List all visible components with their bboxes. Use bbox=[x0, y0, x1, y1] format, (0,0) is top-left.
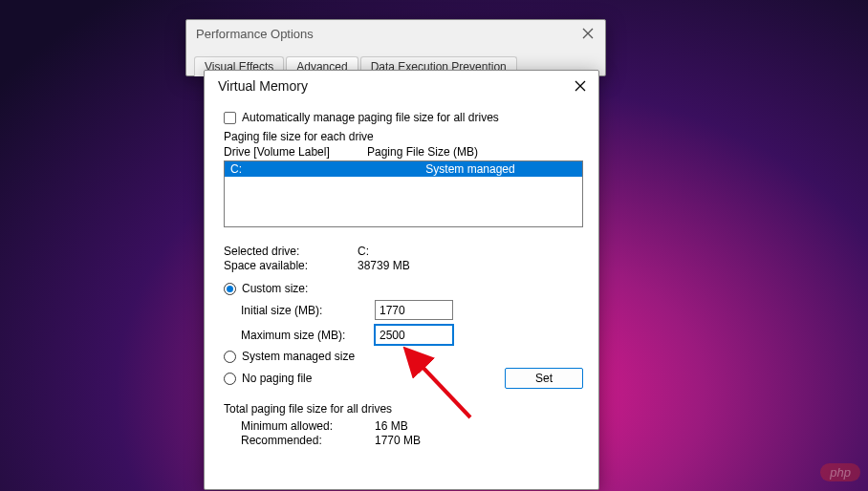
performance-options-window: Performance Options Visual Effects Advan… bbox=[185, 19, 606, 76]
system-managed-label: System managed size bbox=[242, 350, 355, 363]
initial-size-input[interactable] bbox=[375, 300, 453, 320]
initial-size-label: Initial size (MB): bbox=[241, 304, 375, 317]
minimum-allowed-label: Minimum allowed: bbox=[241, 419, 375, 433]
selected-drive-label: Selected drive: bbox=[224, 245, 358, 258]
close-icon[interactable] bbox=[580, 26, 596, 41]
maximum-size-label: Maximum size (MB): bbox=[241, 329, 375, 342]
set-button[interactable]: Set bbox=[505, 368, 583, 389]
perf-title: Performance Options bbox=[196, 27, 314, 41]
space-available-value: 38739 MB bbox=[358, 259, 410, 272]
auto-manage-checkbox[interactable] bbox=[224, 112, 236, 124]
custom-size-radio[interactable] bbox=[224, 283, 236, 295]
drive-row-label: C: bbox=[230, 162, 364, 176]
no-paging-label: No paging file bbox=[242, 372, 312, 385]
no-paging-radio[interactable] bbox=[224, 373, 236, 385]
dialog-title: Virtual Memory bbox=[218, 78, 308, 94]
auto-manage-label: Automatically manage paging file size fo… bbox=[242, 111, 499, 124]
maximum-size-input[interactable] bbox=[375, 325, 453, 345]
system-managed-radio[interactable] bbox=[224, 351, 236, 363]
close-icon[interactable] bbox=[574, 79, 587, 93]
paging-group-label: Paging file size for each drive bbox=[224, 130, 583, 143]
recommended-label: Recommended: bbox=[241, 434, 375, 447]
drive-row[interactable]: C: System managed bbox=[225, 161, 582, 177]
drive-list[interactable]: C: System managed bbox=[224, 160, 583, 227]
drive-header-left: Drive [Volume Label] bbox=[224, 145, 367, 159]
recommended-value: 1770 MB bbox=[375, 434, 421, 447]
watermark: php bbox=[820, 463, 860, 481]
custom-size-label: Custom size: bbox=[242, 282, 308, 295]
selected-drive-value: C: bbox=[358, 245, 369, 258]
drive-row-size: System managed bbox=[364, 162, 576, 176]
total-paging-label: Total paging file size for all drives bbox=[224, 402, 583, 416]
minimum-allowed-value: 16 MB bbox=[375, 419, 408, 433]
drive-header-right: Paging File Size (MB) bbox=[367, 145, 478, 159]
virtual-memory-dialog: Virtual Memory Automatically manage pagi… bbox=[204, 70, 599, 490]
space-available-label: Space available: bbox=[224, 259, 358, 272]
